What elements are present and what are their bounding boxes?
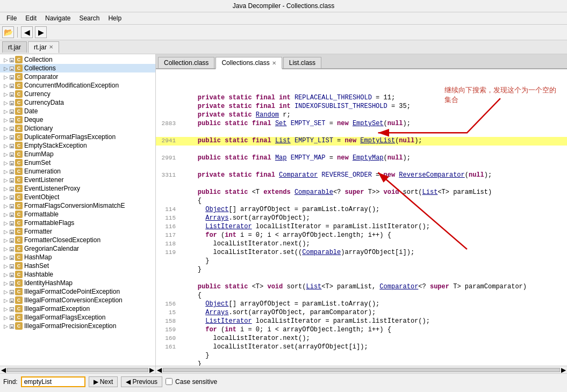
- expand-icon: ▷: [2, 108, 10, 114]
- find-input[interactable]: [21, 376, 85, 387]
- sidebar-item-event-listener[interactable]: ▷ + C EventListener: [0, 176, 155, 184]
- menu-help[interactable]: Help: [104, 13, 126, 23]
- sidebar-item-comparator[interactable]: ▷ + C Comparator: [0, 72, 155, 81]
- sidebar-hscroll-left[interactable]: ◀: [1, 366, 6, 374]
- open-button[interactable]: 📂: [2, 26, 14, 38]
- folder-icon: +: [10, 185, 14, 192]
- sidebar-hscroll-right[interactable]: ▶: [149, 366, 154, 374]
- find-next-button[interactable]: ▶ Next: [89, 376, 118, 387]
- line-number: 117: [156, 232, 180, 238]
- folder-icon: +: [10, 219, 14, 227]
- sidebar-item-deque[interactable]: ▷ + C Deque: [0, 115, 155, 124]
- sidebar-item-formatter[interactable]: ▷ + C Formatter: [0, 227, 155, 236]
- case-sensitive-checkbox[interactable]: [166, 378, 173, 385]
- sidebar-item-illegal-format-flags[interactable]: ▷ + C IllegalFormatFlagsException: [0, 313, 155, 322]
- expand-icon: ▷: [2, 246, 10, 252]
- tab-collection-class[interactable]: Collection.class: [158, 57, 214, 68]
- code-hscroll[interactable]: ◀ ▶: [156, 366, 567, 373]
- line-content: private static Random r;: [180, 111, 567, 119]
- sidebar-item-hashtable[interactable]: ▷ + C Hashtable: [0, 270, 155, 279]
- menu-navigate[interactable]: Navigate: [41, 13, 75, 23]
- sidebar-tree[interactable]: ▷ + C Collection ▷ + C Collections ▷ + C…: [0, 54, 155, 366]
- sidebar-item-enum-set[interactable]: ▷ + C EnumSet: [0, 158, 155, 167]
- code-line: public static <T extends Comparable<? su…: [156, 188, 567, 197]
- tab-list-label: List.class: [289, 59, 315, 67]
- class-icon: C: [15, 253, 23, 261]
- menu-search[interactable]: Search: [75, 13, 104, 23]
- tab-collections-close[interactable]: ✕: [272, 60, 276, 66]
- window-title: Java Decompiler - Collections.class: [233, 2, 334, 10]
- code-line: 114 Object[] arrayOfObject = paramList.t…: [156, 206, 567, 214]
- hscroll-right[interactable]: ▶: [561, 366, 566, 374]
- folder-icon: +: [10, 296, 14, 304]
- code-line: 158 ListIterator localListIterator = par…: [156, 317, 567, 326]
- title-bar: Java Decompiler - Collections.class: [0, 0, 567, 12]
- sidebar-item-formatter-closed[interactable]: ▷ + C FormatterClosedException: [0, 236, 155, 244]
- line-content: private static final Comparator REVERSE_…: [180, 171, 567, 179]
- expand-icon: ▷: [2, 263, 10, 269]
- line-content: public static final Map EMPTY_MAP = new …: [180, 154, 567, 162]
- sidebar-item-illegal-format-exc[interactable]: ▷ + C IllegalFormatException: [0, 304, 155, 313]
- expand-icon: ▷: [2, 74, 10, 80]
- tab-collections-label: Collections.class: [221, 59, 269, 67]
- find-prev-button[interactable]: ◀ Previous: [121, 376, 162, 387]
- sidebar-item-identity-hashmap[interactable]: ▷ + C IdentityHashMap: [0, 279, 155, 287]
- sidebar-item-currency[interactable]: ▷ + C Currency: [0, 90, 155, 98]
- sidebar-item-enumeration[interactable]: ▷ + C Enumeration: [0, 167, 155, 176]
- sidebar-item-label: Formattable: [24, 210, 59, 218]
- class-icon: C: [15, 228, 23, 235]
- expand-icon: ▷: [2, 203, 10, 209]
- sidebar-item-date[interactable]: ▷ + C Date: [0, 107, 155, 115]
- sidebar-item-formattable[interactable]: ▷ + C Formattable: [0, 210, 155, 219]
- line-number: 159: [156, 326, 180, 333]
- menu-file[interactable]: File: [2, 13, 21, 23]
- sidebar-item-illegal-format-cp[interactable]: ▷ + C IllegalFormatCodePointException: [0, 287, 155, 296]
- menu-edit[interactable]: Edit: [21, 13, 41, 23]
- sidebar-item-dup-format[interactable]: ▷ + C DuplicateFormatFlagsException: [0, 133, 155, 141]
- line-number: 116: [156, 223, 180, 230]
- sidebar-item-event-object[interactable]: ▷ + C EventObject: [0, 193, 155, 201]
- tab-list-class[interactable]: List.class: [283, 57, 321, 68]
- sidebar-item-hashset[interactable]: ▷ + C HashSet: [0, 262, 155, 270]
- line-number: 114: [156, 206, 180, 213]
- sidebar-item-currency-data[interactable]: ▷ + C CurrencyData: [0, 98, 155, 107]
- sidebar-item-gregorian[interactable]: ▷ + C GregorianCalendar: [0, 244, 155, 253]
- sidebar-item-label: EventObject: [24, 193, 59, 201]
- expand-icon: ▷: [2, 280, 10, 286]
- code-line: {: [156, 197, 567, 206]
- sidebar-item-formattable-flags[interactable]: ▷ + C FormattableFlags: [0, 219, 155, 227]
- tab-collections-class[interactable]: Collections.class ✕: [216, 57, 282, 69]
- folder-icon: +: [10, 305, 14, 313]
- expand-icon: ▷: [2, 91, 10, 97]
- hscroll-left[interactable]: ◀: [157, 366, 162, 374]
- find-bar: Find: ▶ Next ◀ Previous Case sensitive: [0, 373, 567, 389]
- jar-tab-rtjar-2[interactable]: rt.jar ✕: [28, 41, 59, 53]
- code-line: {: [156, 292, 567, 300]
- sidebar-item-enum-map[interactable]: ▷ + C EnumMap: [0, 150, 155, 158]
- sidebar-item-collection[interactable]: ▷ + C Collection: [0, 55, 155, 64]
- sidebar-item-label: GregorianCalendar: [24, 245, 79, 252]
- code-tabs: Collection.class Collections.class ✕ Lis…: [156, 54, 567, 69]
- sidebar-item-concurrent-mod[interactable]: ▷ + C ConcurrentModificationException: [0, 81, 155, 90]
- back-button[interactable]: ◀: [21, 26, 33, 38]
- expand-icon: ▷: [2, 83, 10, 89]
- line-content: }: [180, 257, 567, 265]
- code-content[interactable]: private static final int REPLACEALL_THRE…: [156, 69, 567, 366]
- sidebar-item-collections[interactable]: ▷ + C Collections: [0, 64, 155, 72]
- sidebar-item-illegal-format-prec[interactable]: ▷ + C IllegalFormatPrecisionException: [0, 322, 155, 330]
- sidebar-item-event-listener-proxy[interactable]: ▷ + C EventListenerProxy: [0, 184, 155, 193]
- code-line: }: [156, 360, 567, 366]
- class-icon: C: [15, 159, 23, 166]
- jar-tab-close[interactable]: ✕: [49, 44, 53, 50]
- line-content: Arrays.sort(arrayOfObject, paramComparat…: [180, 309, 567, 316]
- forward-button[interactable]: ▶: [35, 26, 47, 38]
- class-icon: C: [15, 219, 23, 227]
- line-number: 115: [156, 215, 180, 221]
- sidebar-item-empty-stack[interactable]: ▷ + C EmptyStackException: [0, 141, 155, 150]
- jar-tab-rtjar-1[interactable]: rt.jar: [2, 41, 27, 53]
- sidebar-item-hashmap[interactable]: ▷ + C HashMap: [0, 253, 155, 262]
- sidebar-item-dictionary[interactable]: ▷ + C Dictionary: [0, 124, 155, 133]
- sidebar-item-illegal-format-conv[interactable]: ▷ + C IllegalFormatConversionException: [0, 296, 155, 304]
- sidebar-item-format-flags[interactable]: ▷ + C FormatFlagsConversionMismatchE: [0, 201, 155, 210]
- expand-icon: ▷: [2, 57, 10, 63]
